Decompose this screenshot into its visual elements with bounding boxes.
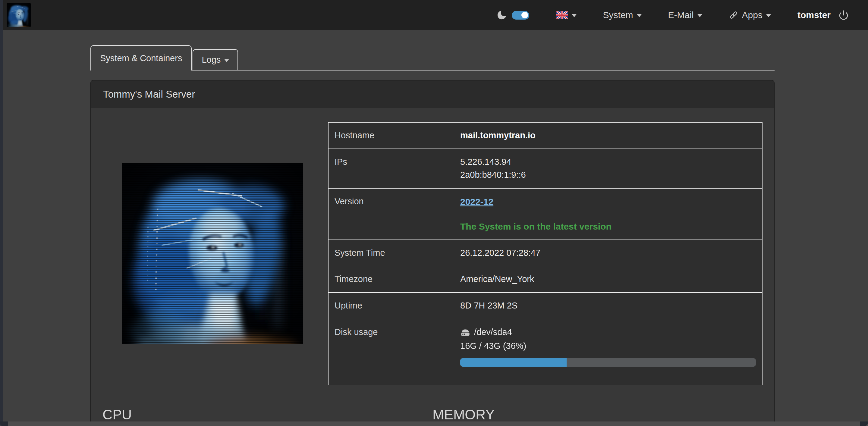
hologram-image bbox=[122, 163, 303, 344]
tab-bar: System & Containers Logs bbox=[90, 45, 775, 70]
system-time-value: 26.12.2022 07:28:47 bbox=[454, 240, 762, 266]
ipv4-value: 5.226.143.94 bbox=[460, 156, 756, 168]
tab-logs[interactable]: Logs bbox=[193, 49, 238, 70]
table-row: Uptime 8D 7H 23M 2S bbox=[328, 293, 762, 319]
disk-usage-progress-fill bbox=[460, 358, 567, 367]
top-navbar: System E-Mail Apps tomster bbox=[0, 0, 868, 30]
card-header: Tommy's Mail Server bbox=[91, 80, 774, 108]
table-row: IPs 5.226.143.94 2a0b:b840:1:9::6 bbox=[328, 149, 762, 188]
brand-logo[interactable] bbox=[7, 3, 31, 27]
ipv6-value: 2a0b:b840:1:9::6 bbox=[460, 169, 756, 181]
logout-power-icon[interactable] bbox=[838, 10, 849, 20]
menu-apps-label: Apps bbox=[742, 10, 763, 20]
chevron-down-icon bbox=[572, 14, 577, 17]
menu-system-label: System bbox=[603, 10, 633, 20]
table-row: System Time 26.12.2022 07:28:47 bbox=[328, 240, 762, 266]
version-label: Version bbox=[328, 188, 454, 240]
menu-email-label: E-Mail bbox=[668, 10, 694, 20]
vertical-scrollbar[interactable] bbox=[0, 0, 3, 426]
disk-usage-label: Disk usage bbox=[328, 319, 454, 385]
chevron-down-icon bbox=[766, 14, 771, 17]
timezone-value: America/New_York bbox=[454, 266, 762, 293]
menu-system[interactable]: System bbox=[603, 10, 642, 20]
version-link[interactable]: 2022-12 bbox=[460, 197, 493, 207]
hdd-icon bbox=[460, 328, 470, 337]
table-row: Disk usage bbox=[328, 319, 762, 385]
card-body: Hostname mail.tommytran.io IPs 5.226.143… bbox=[91, 108, 774, 426]
version-status: The System is on the latest version bbox=[460, 221, 756, 232]
chevron-down-icon bbox=[224, 59, 229, 62]
system-time-label: System Time bbox=[328, 240, 454, 266]
memory-title: MEMORY bbox=[433, 406, 763, 423]
main-container: System & Containers Logs Tommy's Mail Se… bbox=[90, 45, 775, 426]
navbar-right: System E-Mail Apps tomster bbox=[496, 9, 849, 21]
horizontal-scrollbar-track[interactable] bbox=[0, 422, 868, 426]
disk-usage-progressbar bbox=[460, 358, 756, 367]
system-info-row: Hostname mail.tommytran.io IPs 5.226.143… bbox=[102, 122, 763, 385]
username-label: tomster bbox=[798, 10, 831, 20]
chevron-down-icon bbox=[637, 14, 642, 17]
table-row: Version 2022-12 The System is on the lat… bbox=[328, 188, 762, 240]
timezone-label: Timezone bbox=[328, 266, 454, 293]
hologram-logo-image bbox=[7, 3, 31, 27]
system-info-table: Hostname mail.tommytran.io IPs 5.226.143… bbox=[328, 122, 763, 385]
disk-device-line: /dev/sda4 bbox=[460, 327, 756, 338]
disk-device-value: /dev/sda4 bbox=[474, 327, 512, 338]
link-icon bbox=[729, 10, 738, 20]
menu-email[interactable]: E-Mail bbox=[668, 10, 702, 20]
hostname-value: mail.tommytran.io bbox=[460, 130, 535, 140]
hostname-label: Hostname bbox=[328, 122, 454, 149]
system-info-table-column: Hostname mail.tommytran.io IPs 5.226.143… bbox=[328, 122, 763, 385]
ips-label: IPs bbox=[328, 149, 454, 188]
table-row: Hostname mail.tommytran.io bbox=[328, 122, 762, 149]
server-card: Tommy's Mail Server Hostname mail.tommyt… bbox=[90, 80, 775, 426]
chevron-down-icon bbox=[698, 14, 702, 17]
table-row: Timezone America/New_York bbox=[328, 266, 762, 293]
uptime-value: 8D 7H 23M 2S bbox=[454, 293, 762, 319]
hologram-image-column bbox=[102, 122, 322, 385]
uptime-label: Uptime bbox=[328, 293, 454, 319]
language-dropdown[interactable] bbox=[556, 11, 577, 19]
card-title: Tommy's Mail Server bbox=[103, 89, 195, 100]
dark-mode-toggle[interactable] bbox=[512, 11, 529, 20]
cpu-title: CPU bbox=[102, 406, 433, 423]
tab-system-containers-label: System & Containers bbox=[100, 53, 182, 63]
tab-logs-label: Logs bbox=[202, 55, 221, 65]
toggle-knob bbox=[521, 12, 528, 19]
uk-flag-icon bbox=[556, 11, 568, 19]
disk-usage-value: 16G / 43G (36%) bbox=[460, 340, 756, 352]
moon-icon bbox=[496, 9, 507, 21]
tab-system-containers[interactable]: System & Containers bbox=[90, 45, 192, 70]
menu-apps[interactable]: Apps bbox=[729, 10, 771, 20]
